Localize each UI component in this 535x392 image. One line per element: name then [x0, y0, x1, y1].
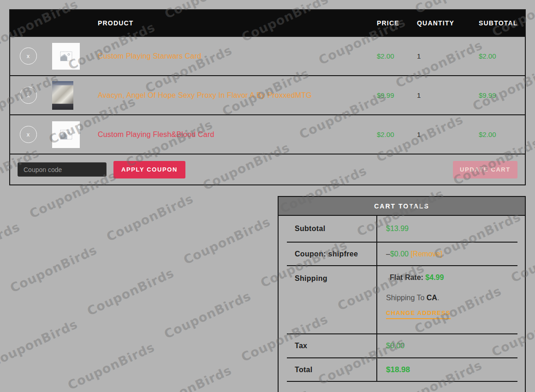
coupon-code-input[interactable]	[18, 162, 107, 177]
total-row: Total $18.98	[287, 358, 517, 382]
subtotal-value: $13.99	[376, 225, 517, 233]
watermark-text: CouponBirds	[162, 289, 253, 341]
watermark-text: CouponBirds	[0, 317, 80, 369]
column-header-subtotal: SUBTOTAL	[470, 19, 525, 27]
coupon-row: Coupon: shipfree –$0.00 [Remove]	[287, 243, 517, 266]
subtotal-row: Subtotal $13.99	[287, 216, 517, 243]
remove-item-button[interactable]: x	[20, 48, 37, 65]
product-thumbnail[interactable]	[52, 43, 80, 70]
item-price: $2.00	[368, 52, 408, 60]
shipping-label: Shipping	[287, 266, 376, 283]
totals-column-divider	[376, 216, 377, 382]
shipping-destination-prefix: Shipping To	[386, 294, 424, 302]
shipping-destination: CA	[427, 294, 437, 302]
image-placeholder-icon	[60, 130, 72, 140]
shipping-cost: $4.99	[425, 273, 444, 281]
cart-table-header-row: PRODUCT PRICE QUANTITY SUBTOTAL	[10, 10, 525, 36]
update-cart-button[interactable]: UPDATE CART	[453, 161, 517, 178]
column-header-quantity: QUANTITY	[408, 19, 470, 27]
shipping-method-label: Flat Rate:	[390, 273, 423, 281]
coupon-discount-value: $0.00	[390, 250, 409, 258]
remove-item-button[interactable]: x	[20, 126, 37, 143]
cart-totals-panel: CART TOTALS Subtotal $13.99 Coupon: ship…	[278, 196, 526, 392]
column-header-product: PRODUCT	[98, 19, 368, 27]
remove-item-button[interactable]: x	[20, 87, 37, 104]
change-address-link[interactable]: CHANGE ADDRESS	[386, 309, 451, 319]
cart-actions-row: APPLY COUPON UPDATE CART	[10, 154, 525, 184]
total-label: Total	[287, 366, 376, 374]
quantity-value[interactable]: 1	[408, 91, 470, 99]
remove-coupon-link[interactable]: [Remove]	[410, 250, 442, 258]
item-subtotal: $2.00	[470, 52, 525, 60]
x-icon: x	[27, 131, 30, 137]
watermark-text: CouponBirds	[104, 191, 196, 244]
item-subtotal: $9.99	[470, 91, 525, 99]
apply-coupon-button[interactable]: APPLY COUPON	[113, 161, 185, 178]
item-subtotal: $2.00	[470, 131, 525, 138]
cart-item-row: x Custom Playing Flesh&Blood Card $2.00 …	[10, 114, 525, 154]
item-price: $9.99	[368, 91, 408, 99]
total-value: $18.98	[376, 365, 517, 374]
quantity-value[interactable]: 1	[408, 52, 470, 60]
cart-item-row: x Avacyn, Angel Of Hope Sexy Proxy In Fl…	[10, 75, 525, 114]
cart-totals-title: CART TOTALS	[279, 197, 525, 216]
product-link[interactable]: Avacyn, Angel Of Hope Sexy Proxy In Flav…	[98, 91, 312, 99]
cart-item-row: x Custom Playing Starwars Card $2.00 1 $…	[10, 36, 525, 75]
watermark-text: CouponBirds	[143, 363, 234, 392]
quantity-value[interactable]: 1	[408, 131, 470, 138]
tax-row: Tax $0.00	[287, 334, 517, 358]
shipping-destination-suffix: .	[437, 294, 439, 302]
watermark-text: CouponBirds	[65, 340, 157, 392]
coupon-label: Coupon: shipfree	[287, 250, 376, 258]
product-thumbnail[interactable]	[52, 81, 73, 110]
x-icon: x	[27, 53, 30, 59]
product-thumbnail[interactable]	[52, 121, 80, 148]
shipping-row: Shipping Flat Rate: $4.99 Shipping To CA…	[287, 266, 517, 334]
x-icon: x	[27, 92, 30, 98]
coupon-minus-sign: –	[386, 250, 390, 258]
watermark-text: CouponBirds	[8, 243, 99, 295]
image-placeholder-icon	[60, 51, 72, 61]
watermark-text: CouponBirds	[181, 214, 273, 267]
watermark-text: CouponBirds	[0, 220, 22, 272]
cart-table: PRODUCT PRICE QUANTITY SUBTOTAL x Custom…	[9, 9, 526, 185]
tax-value: $0.00	[376, 342, 517, 350]
tax-label: Tax	[287, 342, 376, 350]
column-header-price: PRICE	[368, 19, 408, 27]
subtotal-label: Subtotal	[287, 225, 376, 233]
watermark-text: CouponBirds	[85, 266, 176, 318]
product-link[interactable]: Custom Playing Starwars Card	[98, 52, 201, 60]
item-price: $2.00	[368, 131, 408, 138]
product-link[interactable]: Custom Playing Flesh&Blood Card	[98, 131, 214, 138]
